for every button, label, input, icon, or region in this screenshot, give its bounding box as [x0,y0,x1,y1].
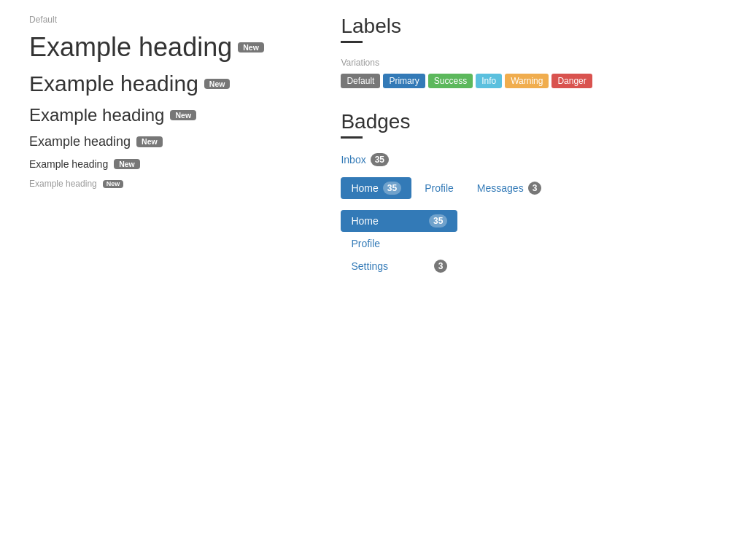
heading-text-h2: Example heading [29,71,198,96]
heading-text-h1: Example heading [29,32,232,63]
nav-pill-home-label: Home [351,182,378,194]
label-default: Default [341,74,380,88]
right-column: Labels Variations Default Primary Succes… [341,15,718,545]
heading-row-h1: Example heading New [29,32,311,63]
badge-h5: New [114,159,140,170]
heading-row-h6: Example heading New [29,179,311,189]
nav-pill-messages-label: Messages [477,182,524,194]
left-column: Default Example heading New Example head… [29,15,341,545]
heading-row-h4: Example heading New [29,134,311,149]
inbox-badge: 35 [371,153,389,166]
label-info: Info [476,74,502,88]
variations-label: Variations [341,58,718,68]
badges-title: Badges [341,110,718,133]
nav-stacked-home-label: Home [351,215,378,227]
nav-stacked-profile-label: Profile [351,238,380,249]
badge-h2: New [204,79,231,90]
nav-pills-stacked: Home 35 Profile Settings 3 [341,210,457,279]
labels-title: Labels [341,15,718,38]
labels-section: Labels Variations Default Primary Succes… [341,15,718,88]
nav-pill-home[interactable]: Home 35 [341,177,411,199]
label-warning: Warning [505,74,549,88]
heading-row-h5: Example heading New [29,158,311,170]
default-label: Default [29,15,311,25]
badge-h4: New [136,136,163,147]
nav-stacked-settings-badge: 3 [434,260,448,273]
nav-stacked-settings[interactable]: Settings 3 [341,255,457,277]
nav-pill-profile[interactable]: Profile [414,178,464,198]
nav-stacked-settings-label: Settings [351,260,388,272]
badges-divider [341,136,363,139]
heading-text-h5: Example heading [29,158,108,170]
nav-pills-horizontal: Home 35 Profile Messages 3 [341,177,718,199]
heading-text-h6: Example heading [29,179,97,189]
nav-pill-messages-badge: 3 [528,182,542,195]
inbox-link[interactable]: Inbox [341,154,365,166]
badges-section: Badges Inbox 35 Home 35 Profile Messages… [341,110,718,279]
badge-h1: New [238,42,264,53]
inbox-row: Inbox 35 [341,153,718,166]
label-primary: Primary [383,74,425,88]
heading-text-h4: Example heading [29,134,131,149]
nav-pill-profile-label: Profile [425,182,454,194]
label-danger: Danger [551,74,592,88]
label-success: Success [428,74,473,88]
nav-stacked-home[interactable]: Home 35 [341,210,457,232]
badge-h3: New [170,110,196,121]
nav-stacked-profile[interactable]: Profile [341,233,457,254]
nav-pill-messages[interactable]: Messages 3 [467,177,552,199]
heading-row-h3: Example heading New [29,105,311,125]
nav-pill-home-badge: 35 [383,182,401,195]
heading-text-h3: Example heading [29,105,164,125]
labels-divider [341,41,363,43]
heading-row-h2: Example heading New [29,71,311,96]
label-badges-row: Default Primary Success Info Warning Dan… [341,74,718,88]
nav-stacked-home-badge: 35 [429,214,447,228]
badge-h6: New [103,180,124,188]
